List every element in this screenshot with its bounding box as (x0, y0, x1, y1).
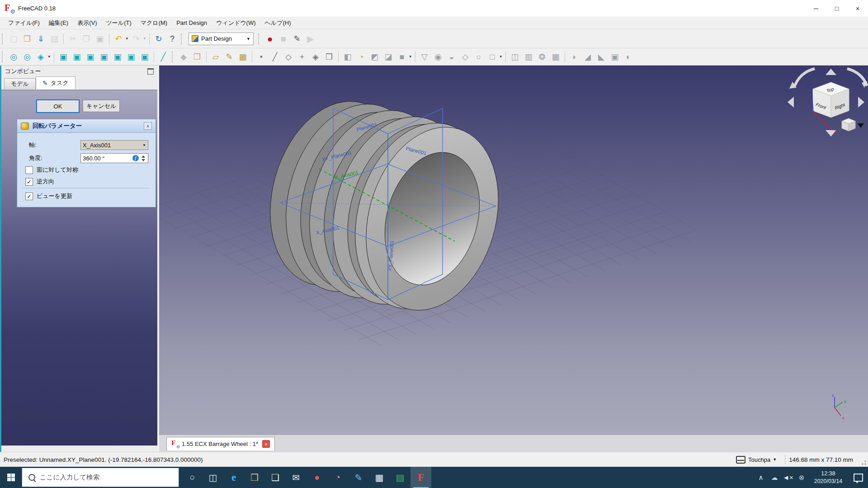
fit-selection-icon[interactable]: ◎ (21, 51, 33, 63)
subtractive-pipe-icon[interactable]: ○ (472, 51, 485, 63)
dropdown-caret-icon[interactable]: ▾ (48, 55, 50, 59)
menu-file[interactable]: ファイル(F) (4, 17, 44, 29)
tab-model[interactable]: モデル (4, 78, 36, 89)
toolbar-grip[interactable] (2, 52, 4, 62)
undo-icon[interactable]: ↶▾ (112, 33, 125, 45)
view-bottom-icon[interactable]: ▣ (125, 51, 137, 63)
taskbar-search[interactable]: ここに入力して検索 (22, 468, 179, 487)
checkbox-symmetric-to-plane[interactable] (25, 166, 33, 174)
action-center-button[interactable] (848, 467, 868, 488)
open-file-icon[interactable]: ❒ (21, 33, 33, 45)
checkbox-reversed[interactable] (25, 178, 33, 186)
ok-button[interactable]: OK (36, 99, 80, 113)
collapse-section-icon[interactable] (144, 122, 152, 130)
toolbar-grip[interactable] (2, 33, 4, 44)
create-sketch-icon[interactable]: ▱ (209, 51, 222, 63)
checkbox-update-view[interactable] (25, 192, 33, 200)
taskbar-app-spreadsheet[interactable]: ▤ (390, 467, 410, 488)
taskbar-clock[interactable]: 12:38 2020/03/14 (808, 470, 848, 485)
draft-icon[interactable]: ◣ (595, 51, 608, 63)
start-button[interactable] (0, 467, 22, 488)
taskbar-app-drawing-app[interactable]: ✎ (348, 467, 369, 488)
linear-pattern-icon[interactable]: ▥ (522, 51, 535, 63)
additive-primitive-icon[interactable]: ■▾ (396, 51, 408, 63)
subtractive-loft-icon[interactable]: ◇ (459, 51, 472, 63)
menu-macro[interactable]: マクロ(M) (136, 17, 172, 29)
create-body-icon[interactable]: ◆ (177, 51, 190, 63)
polar-pattern-icon[interactable]: ❂ (536, 51, 548, 63)
chamfer-icon[interactable]: ◢ (581, 51, 594, 63)
volume-muted-icon[interactable]: ◄× (781, 467, 795, 488)
status-error-icon[interactable]: ⊗ (795, 467, 808, 488)
additive-pipe-icon[interactable]: ◪ (382, 51, 395, 63)
menu-part-design[interactable]: Part Design (172, 18, 212, 28)
taskbar-app-media-player[interactable]: ● (307, 467, 327, 488)
datum-line-icon[interactable]: ╱ (269, 51, 281, 63)
boolean-operation-icon[interactable]: ◐ (622, 51, 635, 63)
panel-float-icon[interactable] (147, 68, 154, 75)
subtractive-primitive-icon[interactable]: □▾ (486, 51, 499, 63)
whats-this-icon[interactable]: ? (166, 33, 179, 45)
resize-grip[interactable] (861, 460, 867, 465)
measure-distance-icon[interactable]: ╱ (157, 51, 170, 63)
close-document-icon[interactable] (262, 440, 270, 448)
toolbar-grip[interactable] (181, 33, 183, 44)
taskbar-app-store[interactable]: ❑ (265, 467, 286, 488)
refresh-icon[interactable]: ↻ (152, 33, 165, 45)
maximize-button[interactable]: □ (826, 0, 847, 17)
angle-input[interactable]: 360.00 ° (80, 153, 148, 163)
toolbar-grip[interactable] (172, 52, 174, 62)
taskbar-app-paint[interactable]: ◔ (327, 467, 348, 488)
pocket-icon[interactable]: ▽ (418, 51, 431, 63)
cut-icon[interactable]: ✂ (66, 33, 79, 45)
datum-plane-icon[interactable]: ◇ (282, 51, 295, 63)
taskbar-app-mail[interactable]: ✉ (286, 467, 307, 488)
dropdown-caret-icon[interactable]: ▾ (500, 55, 502, 59)
view-front-icon[interactable]: ▣ (71, 51, 83, 63)
view-left-icon[interactable]: ▣ (138, 51, 151, 63)
multi-transform-icon[interactable]: ▦ (549, 51, 562, 63)
taskbar-app-freecad[interactable]: F (410, 467, 431, 488)
pad-icon[interactable]: ◧ (341, 51, 354, 63)
expression-icon[interactable] (132, 155, 139, 161)
taskbar-app-cortana[interactable]: ○ (182, 467, 203, 488)
tab-tasks[interactable]: タスク (36, 76, 75, 89)
redo-icon[interactable]: ↷▾ (130, 33, 142, 45)
3d-viewport[interactable]: Plane001 XY_Plane001 X_Axis001 Plane001 … (159, 66, 868, 452)
map-sketch-icon[interactable]: ▦ (236, 51, 249, 63)
revolution-icon[interactable]: ◔ (355, 51, 368, 63)
view-right-icon[interactable]: ▣ (98, 51, 110, 63)
dropdown-caret-icon[interactable]: ▾ (126, 37, 128, 41)
mirrored-icon[interactable]: ◫ (509, 51, 521, 63)
fillet-icon[interactable]: ◗ (568, 51, 580, 63)
draw-style-icon[interactable]: ◈▾ (34, 51, 47, 63)
taskbar-app-edge-browser[interactable]: e (223, 467, 244, 488)
create-group-icon[interactable]: ❒ (191, 51, 203, 63)
spin-buttons[interactable] (140, 154, 146, 163)
paste-icon[interactable]: ▣ (94, 33, 106, 45)
macro-edit-icon[interactable]: ✎ (291, 33, 303, 45)
taskbar-app-task-view[interactable]: ◫ (203, 467, 223, 488)
document-tab[interactable]: F⚙ 1.55 ECX Barrage Wheel : 1* (166, 437, 275, 450)
toolbar-grip[interactable] (258, 33, 260, 44)
macro-stop-icon[interactable]: ■ (277, 33, 290, 45)
macro-record-icon[interactable]: ● (264, 33, 276, 45)
print-icon[interactable]: ▤ (48, 33, 61, 45)
dropdown-caret-icon[interactable]: ▾ (409, 55, 411, 59)
menu-window[interactable]: ウィンドウ(W) (212, 17, 260, 29)
hole-icon[interactable]: ◉ (432, 51, 444, 63)
dropdown-caret-icon[interactable]: ▾ (143, 37, 146, 41)
view-rear-icon[interactable]: ▣ (111, 51, 124, 63)
menu-view[interactable]: 表示(V) (73, 17, 101, 29)
additive-loft-icon[interactable]: ◩ (368, 51, 381, 63)
3d-scene[interactable]: Plane001 XY_Plane001 X_Axis001 Plane001 … (159, 66, 868, 435)
taskbar-app-calculator[interactable]: ▦ (369, 467, 390, 488)
edit-sketch-icon[interactable]: ✎ (223, 51, 236, 63)
copy-icon[interactable]: ❐ (80, 33, 93, 45)
shape-binder-icon[interactable]: ◈ (309, 51, 322, 63)
taskbar-app-file-explorer[interactable]: ❒ (244, 467, 265, 488)
axis-select[interactable]: X_Axis001 ▼ (80, 140, 148, 150)
macro-play-icon[interactable]: ▶ (304, 33, 317, 45)
workbench-selector[interactable]: Part Design ▼ (189, 33, 254, 45)
menu-edit[interactable]: 編集(E) (44, 17, 73, 29)
